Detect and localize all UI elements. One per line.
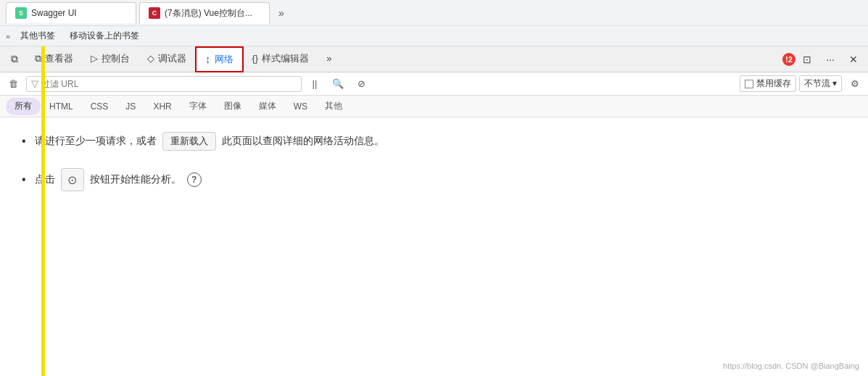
browser-tabs-bar: S Swagger UI C (7条消息) Vue控制台... » [0,0,868,26]
disable-cache-label: 禁用缓存 [756,78,791,90]
search-requests-icon[interactable]: 🔍 [328,74,348,94]
network-icon: ↕ [205,53,211,65]
main-content-area: • 请进行至少一项请求，或者 重新载入 此页面以查阅详细的网络活动信息。 • 点… [0,117,868,376]
filter-icon: ▽ [31,78,38,89]
bookmarks-bar: » 其他书签 移动设备上的书签 [0,26,868,46]
tab-console[interactable]: ▷ 控制台 [82,46,139,72]
pause-recording-icon[interactable]: || [305,74,325,94]
tab-csdn-title: (7条消息) Vue控制台... [165,7,252,20]
tab-style-editor[interactable]: {} 样式编辑器 [244,46,318,72]
resource-tab-image[interactable]: 图像 [215,98,250,115]
bookmark-mobile[interactable]: 移动设备上的书签 [65,28,144,43]
resource-type-tabs: 所有 HTML CSS JS XHR 字体 图像 媒体 [0,96,868,117]
resource-tab-css-label: CSS [91,101,109,112]
resource-tab-html[interactable]: HTML [41,98,82,115]
filter-input-wrap: ▽ [26,76,302,92]
tab-inspector-label: 查看器 [45,52,73,65]
tab-more-button[interactable]: » [273,4,290,22]
hint1-pre-text: 请进行至少一项请求，或者 [35,135,157,148]
resource-tab-ws-label: WS [294,101,307,112]
resource-tab-ws[interactable]: WS [285,98,316,115]
resource-tab-js-label: JS [125,101,136,112]
tab-network-label: 网络 [215,53,233,66]
bullet-1: • [22,135,26,148]
resource-tab-css[interactable]: CSS [82,98,117,115]
resource-tab-xhr[interactable]: XHR [144,98,180,115]
resource-tab-xhr-label: XHR [153,101,171,112]
csdn-favicon-icon: C [149,7,160,19]
hint2-post-text: 按钮开始性能分析。 [90,173,181,186]
tab-network[interactable]: ↕ 网络 [195,46,244,72]
devtools-toolbar: ⧉ ⧉ 查看器 ▷ 控制台 ◇ 调试器 ↕ 网络 {} 样式编辑器 [0,46,868,72]
resource-tab-html-label: HTML [49,101,73,112]
yellow-left-bar [41,46,45,376]
throttle-select[interactable]: 不节流 ▾ [799,75,842,92]
bullet-2: • [22,173,26,186]
tab-debugger[interactable]: ◇ 调试器 [139,46,195,72]
help-icon[interactable]: ? [187,172,202,187]
tab-swagger-title: Swagger UI [31,8,77,18]
filter-bar: 🗑 ▽ || 🔍 ⊘ 禁用缓存 不节流 ▾ ⚙ [0,72,868,96]
watermark-author: CSDN @BiangBaing [785,362,859,370]
resource-tab-all[interactable]: 所有 [6,98,41,115]
more-options-icon[interactable]: ··· [819,48,842,71]
block-requests-icon[interactable]: ⊘ [351,74,371,94]
disable-cache-button[interactable]: 禁用缓存 [740,75,796,92]
error-badge[interactable]: ! 2 [782,53,795,66]
disable-cache-checkbox-icon [745,80,753,88]
watermark-url: https://blog.csdn. [723,362,783,370]
debugger-icon: ◇ [147,53,154,64]
watermark: https://blog.csdn. CSDN @BiangBaing [723,362,859,370]
resource-tab-image-label: 图像 [224,100,241,112]
performance-analysis-icon[interactable]: ⊙ [61,168,84,191]
tab-more-devtools[interactable]: » [318,46,340,72]
tab-style-editor-label: 样式编辑器 [262,52,309,65]
error-count: 2 [788,55,793,64]
resource-tab-media-label: 媒体 [259,100,276,112]
resource-tab-all-label: 所有 [15,100,32,112]
swagger-favicon-icon: S [15,7,27,19]
inspector-mode-icon[interactable]: ⧉ [3,48,26,71]
tab-swagger[interactable]: S Swagger UI [6,2,136,23]
console-icon: ▷ [91,53,98,64]
resource-tab-other-label: 其他 [325,100,342,112]
responsive-design-icon[interactable]: ⊡ [795,48,819,71]
hint1-post-text: 此页面以查阅详细的网络活动信息。 [222,135,384,148]
inspector-icon: ⧉ [35,53,41,64]
resource-tab-js[interactable]: JS [117,98,144,115]
close-devtools-icon[interactable]: ✕ [842,48,865,71]
stopwatch-icon: ⊙ [67,173,77,187]
style-editor-icon: {} [252,53,259,64]
more-tabs-icon: » [326,53,331,64]
resource-tab-media[interactable]: 媒体 [250,98,285,115]
resource-tab-font[interactable]: 字体 [181,98,215,115]
hint-row-1: • 请进行至少一项请求，或者 重新载入 此页面以查阅详细的网络活动信息。 [22,132,846,151]
bookmark-chevron-icon: » [6,32,10,41]
devtools-panel: ⧉ ⧉ 查看器 ▷ 控制台 ◇ 调试器 ↕ 网络 {} 样式编辑器 [0,46,868,376]
throttle-label: 不节流 [804,78,830,88]
bookmark-other[interactable]: 其他书签 [16,28,59,43]
tab-inspector[interactable]: ⧉ 查看器 [26,46,82,72]
reload-button[interactable]: 重新载入 [162,132,216,151]
hint-row-2: • 点击 ⊙ 按钮开始性能分析。 ? [22,168,846,191]
resource-tab-font-label: 字体 [189,100,207,112]
tab-debugger-label: 调试器 [158,52,186,65]
throttle-dropdown-icon: ▾ [832,78,837,88]
resource-tab-other[interactable]: 其他 [316,98,351,115]
filter-url-input[interactable] [41,79,297,89]
tab-console-label: 控制台 [102,52,130,65]
tab-csdn[interactable]: C (7条消息) Vue控制台... [139,2,270,24]
clear-requests-icon[interactable]: 🗑 [3,74,23,94]
network-settings-icon[interactable]: ⚙ [845,74,865,94]
